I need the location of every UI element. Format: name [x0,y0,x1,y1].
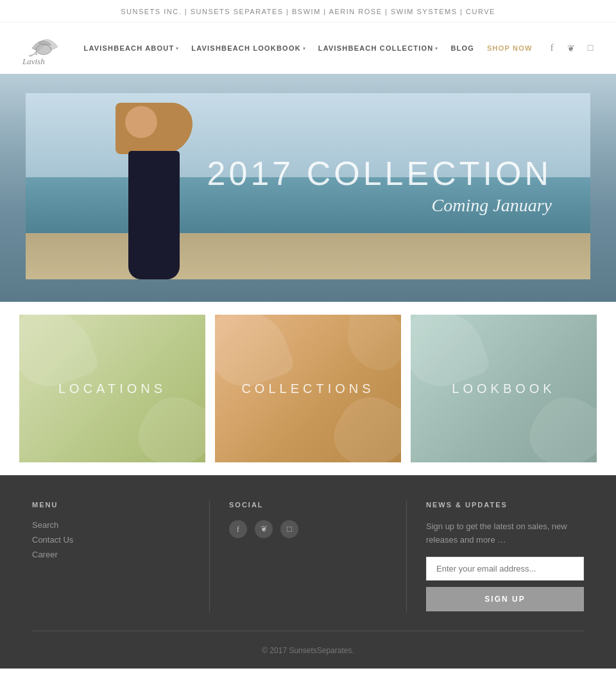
lookbook-tile[interactable]: LOOKBOOK [411,315,597,462]
footer-menu-col: MENU Search Contact Us Career [32,501,210,611]
svg-text:Lavish: Lavish [22,57,45,66]
footer-link-search[interactable]: Search [32,520,190,530]
collections-tile[interactable]: COLLECTIONS [215,315,401,462]
category-row: LOCATIONS COLLECTIONS LOOKBOOK [0,302,616,475]
hero-inner: 2017 COLLECTION Coming January [26,93,590,279]
pinterest-icon-header[interactable]: ❦ [565,42,578,55]
leaf-decoration [520,385,597,462]
email-input[interactable] [426,557,584,581]
pinterest-icon-footer[interactable]: ❦ [255,520,273,538]
nav-item-blog[interactable]: BLOG [450,44,474,52]
facebook-icon-footer[interactable]: f [229,520,247,538]
facebook-icon-header[interactable]: f [545,42,558,55]
svg-point-0 [36,44,51,55]
dropdown-arrow-icon: ▾ [176,46,178,51]
logo-area[interactable]: Lavish [19,29,71,67]
hero-coming: Coming January [207,195,552,216]
nav-item-lavishbeach-lookbook[interactable]: LAVISHBEACH LOOKBOOK ▾ [191,44,305,52]
footer-social-heading: SOCIAL [229,501,387,509]
footer-link-contact-us[interactable]: Contact Us [32,535,190,545]
dropdown-arrow-icon: ▾ [303,46,305,51]
top-bar-text: SUNSETS INC. | SUNSETS SEPARATES | BSWIM… [121,8,495,15]
footer-menu-heading: MENU [32,501,190,509]
signup-button[interactable]: SIGN UP [426,587,584,611]
dropdown-arrow-icon: ▾ [435,46,438,51]
hero-banner: 2017 COLLECTION Coming January [0,74,616,302]
collections-label: COLLECTIONS [241,381,374,396]
footer-link-career[interactable]: Career [32,550,190,559]
header: Lavish LAVISHBEACH ABOUT ▾ LAVISHBEACH L… [0,22,616,74]
footer: MENU Search Contact Us Career SOCIAL f ❦… [0,475,616,669]
locations-label: LOCATIONS [58,381,166,396]
instagram-icon-header[interactable]: □ [584,42,597,55]
footer-social-col: SOCIAL f ❦ □ [229,501,407,611]
footer-top: MENU Search Contact Us Career SOCIAL f ❦… [32,501,584,631]
leaf-decoration [342,315,401,374]
lookbook-label: LOOKBOOK [452,381,555,396]
top-bar: SUNSETS INC. | SUNSETS SEPARATES | BSWIM… [0,0,616,22]
footer-social-icons: f ❦ □ [229,520,387,538]
figure-dress [128,151,180,279]
footer-news-col: NEWS & UPDATES Sign up to get the latest… [426,501,584,611]
instagram-icon-footer[interactable]: □ [280,520,298,538]
nav-item-lavishbeach-about[interactable]: LAVISHBEACH ABOUT ▾ [84,44,179,52]
leaf-decoration [128,385,205,462]
leaf-decoration [324,385,401,462]
header-social-icons: f ❦ □ [545,42,597,55]
figure-head [125,106,157,138]
footer-bottom: © 2017 SunsetsSeparates. [32,631,584,656]
hero-year: 2017 COLLECTION [207,157,552,190]
footer-news-heading: NEWS & UPDATES [426,501,584,509]
hero-collection-label: COLLECTION [307,155,552,192]
hero-text: 2017 COLLECTION Coming January [207,157,552,216]
footer-news-description: Sign up to get the latest on sales, new … [426,520,584,547]
copyright-text: © 2017 SunsetsSeparates. [262,646,354,655]
nav-item-lavishbeach-collection[interactable]: LAVISHBEACH COLLECTION ▾ [318,44,438,52]
main-nav: LAVISHBEACH ABOUT ▾ LAVISHBEACH LOOKBOOK… [84,44,533,52]
logo-icon: Lavish [19,29,71,67]
nav-item-shop-now[interactable]: SHOP NOW [487,44,533,52]
locations-tile[interactable]: LOCATIONS [19,315,205,462]
